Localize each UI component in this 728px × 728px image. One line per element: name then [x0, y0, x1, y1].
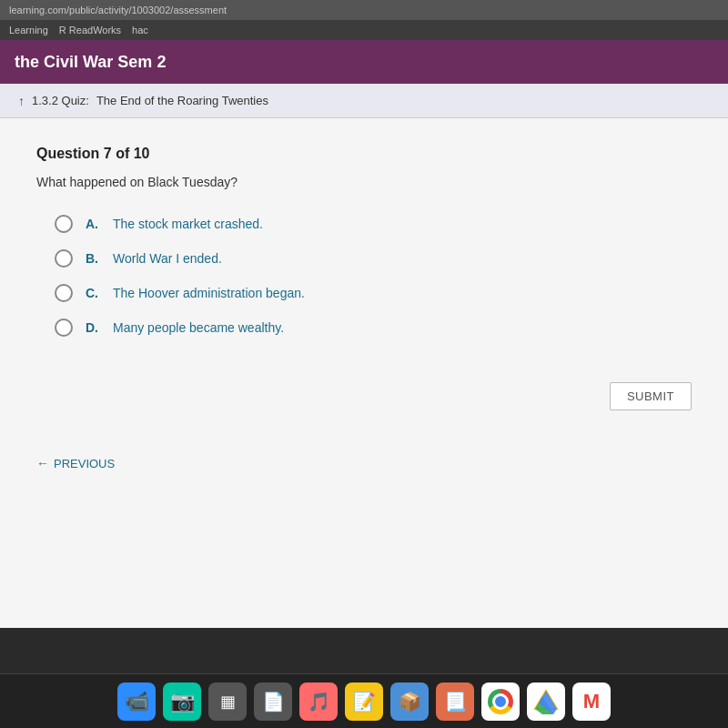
breadcrumb-title: The End of the Roaring Twenties: [96, 94, 268, 107]
taskbar-zoom-icon[interactable]: 📹: [117, 682, 156, 721]
taskbar-gmail-icon[interactable]: M: [572, 682, 611, 721]
page-header: the Civil War Sem 2: [0, 40, 728, 84]
taskbar-camera-icon[interactable]: 📷: [163, 682, 201, 721]
bookmark-readworks[interactable]: R ReadWorks: [59, 25, 121, 35]
question-header: Question 7 of 10: [36, 146, 692, 162]
taskbar-music-icon[interactable]: 🎵: [299, 682, 338, 721]
radio-d[interactable]: [55, 318, 73, 337]
option-c-letter: C.: [86, 286, 98, 300]
address-text: learning.com/public/activity/1003002/ass…: [9, 5, 227, 15]
browser-chrome: learning.com/public/activity/1003002/ass…: [0, 0, 728, 40]
breadcrumb-up-icon: ↑: [18, 94, 25, 108]
previous-label: PREVIOUS: [54, 457, 115, 470]
taskbar-box-icon[interactable]: 📦: [390, 682, 429, 721]
taskbar-notes-icon[interactable]: 📝: [345, 682, 383, 721]
nav-area: ← PREVIOUS: [36, 456, 692, 470]
option-c-text: The Hoover administration began.: [113, 286, 305, 300]
taskbar-files-icon[interactable]: 📄: [254, 682, 292, 721]
option-d[interactable]: D. Many people became wealthy.: [55, 318, 692, 337]
bookmark-learning[interactable]: Learning: [9, 25, 48, 35]
radio-b[interactable]: [55, 249, 73, 268]
gmail-logo: M: [583, 690, 600, 713]
chrome-logo: [488, 689, 513, 714]
previous-button[interactable]: ← PREVIOUS: [36, 456, 115, 470]
option-d-letter: D.: [86, 320, 98, 335]
question-text: What happened on Black Tuesday?: [36, 175, 692, 189]
taskbar-grid-icon[interactable]: ▦: [208, 682, 247, 721]
options-container: A. The stock market crashed. B. World Wa…: [55, 215, 692, 337]
bookmarks-bar: Learning R ReadWorks hac: [0, 20, 728, 40]
option-b[interactable]: B. World War I ended.: [55, 249, 692, 268]
main-content: Question 7 of 10 What happened on Black …: [0, 118, 728, 628]
radio-c[interactable]: [55, 284, 73, 302]
quiz-breadcrumb: ↑ 1.3.2 Quiz: The End of the Roaring Twe…: [0, 84, 728, 118]
taskbar: 📹 📷 ▦ 📄 🎵 📝 📦 📃 M: [0, 673, 728, 728]
option-b-letter: B.: [86, 251, 98, 266]
breadcrumb-label: 1.3.2 Quiz:: [32, 94, 89, 107]
prev-arrow-icon: ←: [36, 456, 49, 470]
page-title: the Civil War Sem 2: [15, 53, 166, 72]
option-b-text: World War I ended.: [113, 251, 222, 266]
submit-area: SUBMIT: [36, 373, 692, 420]
option-d-text: Many people became wealthy.: [113, 320, 284, 335]
submit-button[interactable]: SUBMIT: [610, 382, 692, 410]
drive-logo: [533, 689, 559, 714]
option-c[interactable]: C. The Hoover administration began.: [55, 284, 692, 302]
option-a-letter: A.: [86, 217, 98, 231]
address-bar[interactable]: learning.com/public/activity/1003002/ass…: [0, 0, 728, 20]
option-a[interactable]: A. The stock market crashed.: [55, 215, 692, 233]
radio-a[interactable]: [55, 215, 73, 233]
taskbar-docs-icon[interactable]: 📃: [436, 682, 474, 721]
taskbar-drive-icon[interactable]: [527, 682, 565, 721]
taskbar-chrome-icon[interactable]: [481, 682, 520, 721]
option-a-text: The stock market crashed.: [113, 217, 263, 231]
bookmark-hac[interactable]: hac: [132, 25, 148, 35]
